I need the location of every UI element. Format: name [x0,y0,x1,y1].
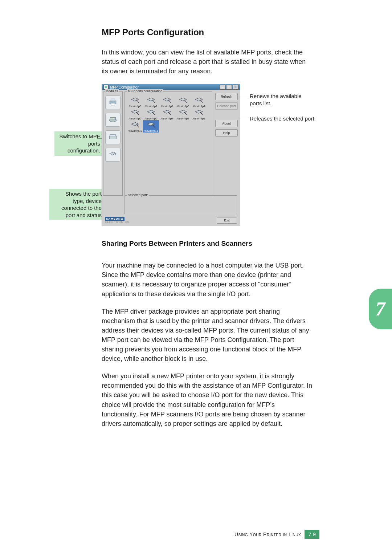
modules-label: Modules [105,89,119,93]
port-item[interactable]: /dev/mfp6 [143,108,159,120]
port-item[interactable]: /dev/mfp8 [175,108,191,120]
footer-page-number: 7.9 [305,530,319,539]
maximize-button[interactable]: □ [226,85,232,90]
help-button[interactable]: Help [215,129,238,137]
minimize-button[interactable]: – [220,85,225,90]
close-button[interactable]: ✕ [233,85,238,90]
ports-group: MFP ports configuration /dev/mfp0/dev/mf… [124,91,212,196]
exit-button[interactable]: Exit [217,217,237,224]
port-item[interactable]: /dev/mfp3 [175,95,191,108]
chapter-number: 7 [376,298,385,320]
module-printers-icon[interactable] [105,95,121,109]
port-item[interactable]: /dev/mfp5 [127,108,143,120]
annotated-screenshot: Switches to MPF ports configuration. Sho… [54,84,309,227]
footer-text: Using Your Printer in Linux [234,531,301,537]
titlebar-dropdown-icon[interactable]: ▼ [103,85,109,90]
about-button[interactable]: About [215,120,238,127]
ports-group-label: MFP ports configuration [127,89,163,93]
port-item[interactable]: /dev/mfp4 [191,95,207,108]
svg-rect-1 [111,99,115,101]
right-button-column: Refresh Release port About Help [215,93,238,137]
heading-mfp-ports: MFP Ports Configuration [102,27,312,37]
callout-port-type: Shows the port type, device connected to… [49,189,105,220]
svg-rect-2 [111,103,115,105]
anno-releases: Releases the selected port. [250,115,319,122]
para-3: When you install a new MFP printer onto … [102,371,312,428]
port-item[interactable]: /dev/mfp11 [143,120,159,133]
selected-port-label: Selected port: [127,193,149,197]
page-footer: Using Your Printer in Linux 7.9 [0,530,392,539]
module-devices-icon[interactable] [105,113,121,127]
subheading-sharing-ports: Sharing Ports Between Printers and Scann… [102,240,312,248]
port-item[interactable]: /dev/mfp10 [127,120,143,133]
svg-rect-4 [110,118,115,120]
anno-renews: Renews the available ports list. [250,93,315,107]
port-grid: /dev/mfp0/dev/mfp1/dev/mfp2/dev/mfp3/dev… [127,95,210,193]
window-title: MFP Configurator [110,85,139,89]
release-port-button[interactable]: Release port [215,102,238,110]
mfp-configurator-window: ▼ MFP Configurator – □ ✕ Modules [102,84,240,226]
window-titlebar: ▼ MFP Configurator – □ ✕ [102,84,240,90]
port-item[interactable]: /dev/mfp9 [191,108,207,120]
intro-paragraph: In this window, you can view the list of… [102,48,312,76]
module-ports-icon[interactable] [105,148,121,162]
port-item[interactable]: /dev/mfp1 [143,95,159,108]
callout-switches: Switches to MPF ports configuration. [54,131,103,156]
brand-logo: SAMSUNG ELECTRONICS [105,217,130,224]
para-1: Your machine may be connected to a host … [102,261,312,298]
refresh-button[interactable]: Refresh [215,93,238,100]
chapter-tab: 7 [369,289,392,329]
selected-port-group: Selected port: [124,195,237,214]
port-item[interactable]: /dev/mfp2 [159,95,175,108]
modules-panel: Modules [103,91,123,196]
module-scanners-icon[interactable] [105,130,121,144]
para-2: The MFP driver package provides an appro… [102,307,312,364]
port-item[interactable]: /dev/mfp7 [159,108,175,120]
svg-rect-6 [110,135,115,136]
port-item[interactable]: /dev/mfp0 [127,95,143,108]
